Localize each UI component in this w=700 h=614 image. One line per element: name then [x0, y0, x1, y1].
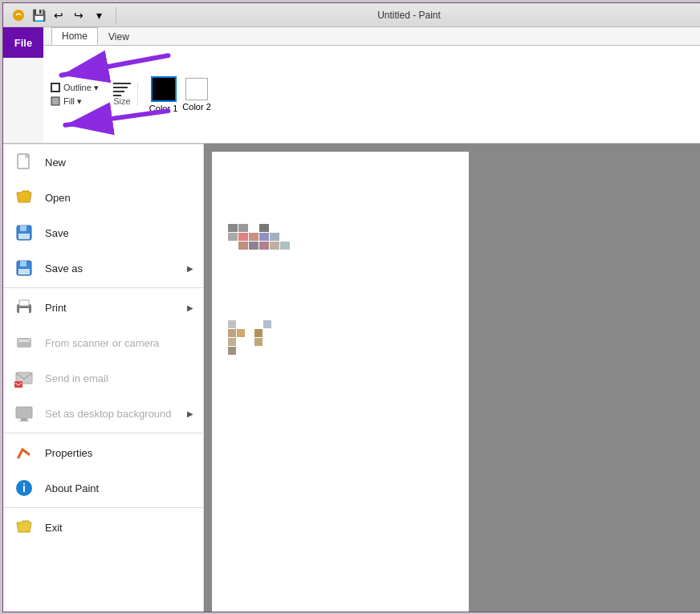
menu-item-save-as[interactable]: Save as ▶	[3, 250, 203, 286]
save-quick-btn[interactable]: 💾	[30, 6, 47, 24]
scanner-icon	[13, 331, 35, 354]
outline-chevron[interactable]: ▾	[94, 83, 99, 93]
menu-item-about[interactable]: i About Paint	[3, 470, 203, 506]
svg-rect-17	[16, 407, 32, 418]
print-icon	[13, 296, 35, 319]
menu-item-desktop-bg: Set as desktop background ▶	[3, 396, 203, 431]
outline-row[interactable]: Outline ▾	[50, 82, 99, 93]
svg-rect-13	[17, 338, 31, 348]
menu-item-scanner: From scanner or camera	[3, 325, 203, 360]
customize-btn[interactable]: ▾	[90, 6, 108, 24]
main-content: New Open Save Save as ▶	[3, 144, 700, 612]
svg-rect-18	[21, 418, 27, 421]
menu-item-open[interactable]: Open	[3, 180, 203, 215]
title-separator	[116, 7, 116, 23]
ribbon-right: Home View Outline ▾ Fill ▾	[43, 27, 700, 143]
menu-item-print[interactable]: Print ▶	[3, 290, 203, 325]
new-icon	[13, 151, 35, 173]
ribbon-tabs: Home View	[43, 27, 700, 45]
about-icon: i	[13, 477, 35, 499]
save-as-arrow: ▶	[187, 264, 193, 273]
save-icon	[13, 222, 35, 244]
svg-rect-2	[51, 97, 59, 105]
svg-point-0	[13, 10, 24, 21]
size-lines[interactable]	[113, 83, 131, 96]
tab-view[interactable]: View	[98, 28, 140, 45]
main-window: 💾 ↩ ↪ ▾ Untitled - Paint File Home View	[2, 2, 700, 612]
svg-rect-9	[18, 269, 30, 274]
file-dropdown: New Open Save Save as ▶	[3, 144, 204, 612]
menu-item-properties[interactable]: Properties	[3, 435, 203, 470]
file-menu-button[interactable]: File	[3, 27, 43, 58]
save-as-icon	[13, 257, 35, 279]
properties-icon	[13, 441, 35, 464]
svg-rect-8	[20, 261, 26, 266]
desktop-bg-arrow: ▶	[187, 409, 193, 418]
print-arrow: ▶	[187, 303, 193, 312]
title-bar: 💾 ↩ ↪ ▾ Untitled - Paint	[3, 3, 700, 27]
window-title: Untitled - Paint	[124, 10, 694, 21]
menu-item-exit[interactable]: Exit	[3, 510, 203, 545]
paint-icon	[10, 6, 27, 24]
redo-btn[interactable]: ↪	[70, 6, 88, 24]
svg-rect-5	[20, 226, 26, 231]
ribbon-content: Outline ▾ Fill ▾	[43, 45, 700, 143]
fill-row[interactable]: Fill ▾	[50, 96, 99, 107]
svg-rect-14	[18, 340, 30, 342]
tab-home[interactable]: Home	[51, 27, 98, 45]
canvas[interactable]	[212, 152, 469, 612]
svg-rect-6	[18, 234, 30, 239]
menu-item-email: Send in email	[3, 360, 203, 396]
separator-3	[3, 507, 203, 508]
color1-box[interactable]	[151, 76, 177, 102]
open-icon	[13, 186, 35, 209]
color-area: Color 1 Color 2	[149, 76, 211, 113]
menu-item-save[interactable]: Save	[3, 215, 203, 250]
menu-item-new[interactable]: New	[3, 144, 203, 180]
separator-2	[3, 433, 203, 433]
svg-rect-19	[19, 421, 29, 421]
desktop-bg-icon	[13, 402, 35, 425]
separator-1	[3, 287, 203, 288]
undo-btn[interactable]: ↩	[50, 6, 67, 24]
svg-rect-1	[51, 83, 59, 91]
svg-rect-16	[14, 381, 22, 388]
svg-text:i: i	[22, 482, 26, 494]
color2-box[interactable]	[185, 78, 208, 100]
outline-fill-section: Outline ▾ Fill ▾	[50, 82, 99, 107]
ribbon: File Home View Outline ▾ Fill	[3, 27, 700, 144]
fill-chevron[interactable]: ▾	[77, 96, 82, 107]
size-group: Size	[107, 83, 138, 106]
canvas-area[interactable]	[204, 144, 700, 612]
email-icon	[13, 367, 35, 389]
svg-rect-12	[19, 300, 29, 306]
svg-rect-11	[19, 308, 29, 313]
exit-icon	[13, 516, 35, 539]
toolbar-icons: 💾 ↩ ↪ ▾	[10, 6, 108, 24]
